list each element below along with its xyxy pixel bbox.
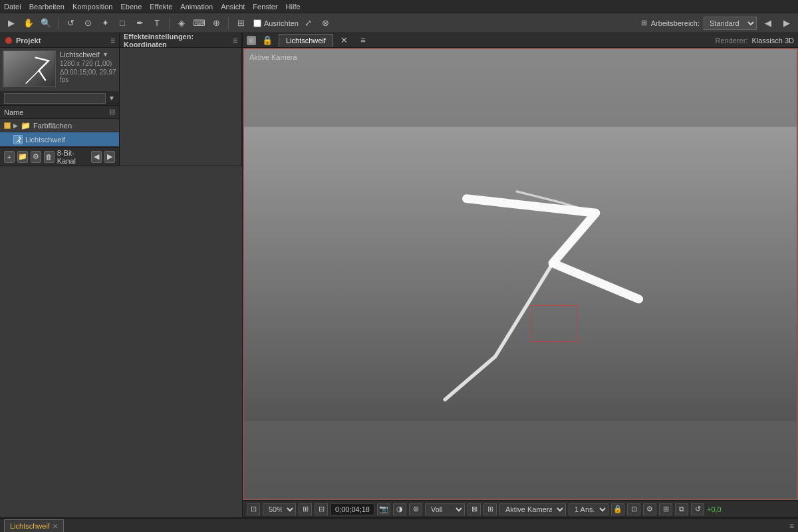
workspace-left-btn[interactable]: ◀	[761, 16, 775, 31]
puppet-tool[interactable]: ◈	[174, 16, 189, 31]
comp-lock-btn[interactable]: 🔒	[260, 33, 275, 48]
delete-btn[interactable]: 🗑	[44, 151, 55, 163]
renderer-value: Klassisch 3D	[751, 37, 794, 45]
hand-tool[interactable]: ✋	[21, 16, 36, 31]
workspace-label: Arbeitsbereich:	[651, 19, 700, 27]
viewer-zoom-select[interactable]: 50%	[263, 503, 296, 515]
workspace-right-btn[interactable]: ▶	[779, 16, 794, 31]
effects-content	[120, 48, 241, 166]
select-tool[interactable]: ▶	[4, 16, 19, 31]
project-search-arrow: ▼	[108, 94, 115, 102]
comp-close-btn[interactable]: ✕	[337, 33, 352, 48]
timeline-tab-close[interactable]: ✕	[53, 523, 58, 530]
viewer-3d-btn[interactable]: ⧉	[675, 503, 688, 515]
project-panel-bottom: + 📁 ⚙ 🗑 8-Bit-Kanal ◀ ▶	[0, 147, 119, 166]
svg-rect-0	[3, 51, 55, 86]
left-panel: Projekt ≡	[0, 33, 243, 517]
project-menu-btn[interactable]: ≡	[110, 36, 115, 45]
viewer-toggle-btn[interactable]: ⊡	[627, 503, 640, 515]
viewer-overlay-btn[interactable]: ⊞	[483, 503, 497, 515]
viewer-size-btn[interactable]: ⊟	[315, 503, 328, 515]
prev-btn[interactable]: ◀	[91, 151, 102, 163]
project-name: Lichtschweif ▼	[60, 51, 116, 59]
folder-item-farbflaechen[interactable]: ▶ 📁 Farbflächen	[0, 119, 119, 132]
menu-ansicht[interactable]: Ansicht	[221, 3, 245, 11]
separator-3	[228, 17, 229, 29]
toolbar: ▶ ✋ 🔍 ↺ ⊙ ✦ □ ✒ T ◈ ⌨ ⊕ ⊞ Ausrichten ⤢ ⊗…	[0, 13, 798, 33]
viewer-render-btn[interactable]: ⊞	[659, 503, 672, 515]
viewer-color-btn[interactable]: ◑	[393, 503, 406, 515]
viewer-mode-btn[interactable]: ⊠	[467, 503, 481, 515]
timeline-menu-btn[interactable]: ≡	[789, 521, 794, 531]
settings-btn[interactable]: ⚙	[31, 151, 41, 163]
zoom-tool[interactable]: 🔍	[39, 16, 53, 31]
viewer-snapshot-btn[interactable]: ⊡	[247, 503, 260, 515]
top-panels-row: Projekt ≡	[0, 33, 242, 166]
svg-rect-1	[14, 136, 22, 144]
clone-tool[interactable]: ⊕	[209, 16, 223, 31]
viewer-camera-select[interactable]: Aktive Kamera	[499, 503, 566, 515]
menu-komposition[interactable]: Komposition	[72, 3, 113, 11]
viewer-fit-btn[interactable]: ⊞	[299, 503, 312, 515]
viewer-view-count-select[interactable]: 1 Ans...	[569, 503, 608, 515]
project-search-bar: ▼	[0, 91, 119, 106]
text-tool[interactable]: T	[150, 16, 164, 31]
comp-menu-btn[interactable]: ≡	[356, 33, 370, 48]
main-layout: Projekt ≡	[0, 33, 798, 517]
new-item-btn[interactable]: +	[4, 151, 15, 163]
effects-menu-btn[interactable]: ≡	[233, 36, 237, 45]
separator-2	[169, 17, 170, 29]
menu-hilfe[interactable]: Hilfe	[286, 3, 301, 11]
layer-icon-svg	[14, 136, 22, 144]
viewer-area: Aktive Kamera	[243, 48, 798, 500]
workspace-icon: ⊞	[641, 19, 647, 27]
snap-icon[interactable]: ⤢	[301, 16, 316, 31]
menu-bearbeiten[interactable]: Bearbeiten	[29, 3, 65, 11]
align-tool[interactable]: ⊞	[233, 16, 248, 31]
magnet-icon[interactable]: ⊗	[319, 16, 333, 31]
folder-btn[interactable]: 📁	[17, 151, 28, 163]
viewer-camera-btn[interactable]: 📷	[377, 503, 390, 515]
menu-effekte[interactable]: Effekte	[150, 3, 172, 11]
project-info: Lichtschweif ▼ 1280 x 720 (1,00) Δ0;00;1…	[60, 51, 116, 88]
viewer-reset-btn[interactable]: ↺	[691, 503, 704, 515]
panel-expand-btn[interactable]: ⊟	[109, 108, 115, 116]
comp-tab-active[interactable]: Lichtschweif	[279, 34, 333, 47]
thumb-svg	[3, 51, 55, 86]
project-title: Projekt	[16, 37, 41, 45]
project-search-input[interactable]	[4, 93, 106, 104]
viewer-time[interactable]: 0;00;04;18	[331, 503, 374, 515]
folder-color-yellow	[4, 122, 11, 129]
viewer-quality-select[interactable]: Voll	[425, 503, 465, 515]
renderer-label: Renderer:	[716, 37, 748, 45]
project-header: Projekt ≡	[0, 33, 119, 48]
workspace-dropdown[interactable]: Standard	[704, 17, 757, 30]
left-filler	[0, 166, 242, 517]
viewer-settings-btn[interactable]: ⚙	[643, 503, 656, 515]
effects-tool[interactable]: ✦	[98, 16, 112, 31]
separator-1	[58, 17, 59, 29]
timeline-tab-label: Lichtschweif	[10, 522, 50, 530]
viewer-lock-btn[interactable]: 🔒	[611, 503, 624, 515]
ausrichten-checkbox[interactable]	[253, 19, 261, 27]
project-dropdown-arrow: ▼	[102, 51, 108, 58]
camera-tool[interactable]: ⊙	[80, 16, 95, 31]
effects-header: Effekteinstellungen: Koordinaten ≡	[120, 33, 241, 48]
bit-depth: 8-Bit-Kanal	[57, 149, 88, 165]
project-close-btn[interactable]	[5, 37, 12, 44]
brush-tool[interactable]: ⌨	[192, 16, 206, 31]
thumb-content	[3, 51, 55, 86]
viewer-grid-btn[interactable]: ⊕	[409, 503, 422, 515]
menu-datei[interactable]: Datei	[4, 3, 21, 11]
timeline-tab-active[interactable]: Lichtschweif ✕	[4, 519, 64, 533]
rotate-tool[interactable]: ↺	[63, 16, 78, 31]
pen-tool[interactable]: ✒	[132, 16, 147, 31]
rect-tool[interactable]: □	[115, 16, 130, 31]
menu-animation[interactable]: Animation	[180, 3, 213, 11]
menu-bar: Datei Bearbeiten Komposition Ebene Effek…	[0, 0, 798, 13]
menu-fenster[interactable]: Fenster	[253, 3, 277, 11]
next-btn[interactable]: ▶	[104, 151, 115, 163]
layer-item-lichtschweif[interactable]: Lichtschweif	[0, 132, 119, 147]
menu-ebene[interactable]: Ebene	[120, 3, 142, 11]
svg-rect-2	[244, 127, 797, 421]
